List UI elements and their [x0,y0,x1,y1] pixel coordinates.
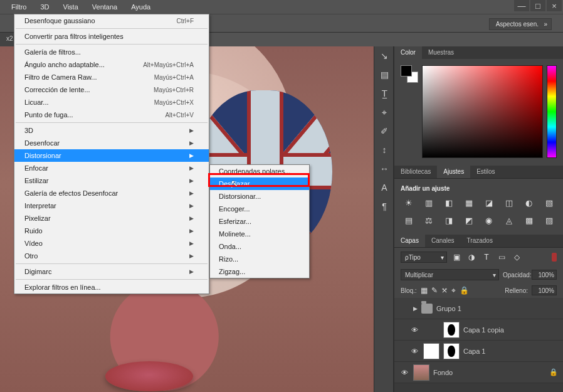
layer-row[interactable]: 👁 Capa 1 [394,341,563,362]
menu-ayuda[interactable]: Ayuda [131,3,150,11]
opacity-value[interactable]: 100% [532,270,557,280]
layer-row[interactable]: 👁 Fondo 🔒 [394,362,563,383]
menu-3d[interactable]: 3D [40,3,49,11]
menu-item[interactable]: Galería de efectos Desenfocar▶ [14,187,209,199]
menu-item[interactable]: Punto de fuga...Alt+Ctrl+V [14,109,209,121]
dock-icon-1[interactable]: ▤ [374,65,394,84]
adj-icon[interactable]: ◉ [483,215,495,226]
tab-estilos[interactable]: Estilos [470,166,501,178]
layer-row[interactable]: 👁 Capa 1 copia [394,319,563,341]
tab-ajustes[interactable]: Ajustes [437,166,470,178]
dock-icon-4[interactable]: ✐ [374,122,394,140]
fg-bg-swatches[interactable] [401,65,418,83]
menu-item[interactable]: Pixelizar▶ [14,212,209,225]
lock-icon[interactable]: ⌖ [451,286,456,295]
layer-filter-icon[interactable]: ▣ [451,252,462,263]
adj-icon[interactable]: ◪ [483,197,495,208]
submenu-item[interactable]: Coordenadas polares... [210,165,309,177]
adj-icon[interactable]: ▥ [423,197,435,208]
menu-item[interactable]: Estilizar▶ [14,174,209,187]
visibility-toggle[interactable]: 👁 [409,326,419,334]
submenu-item[interactable]: Desplazar... [210,177,309,190]
menu-item[interactable]: Convertir para filtros inteligentes [14,30,209,43]
layer-filter-icon[interactable]: ◇ [511,252,522,263]
maximize-button[interactable]: □ [530,0,545,11]
tab-color[interactable]: Color [394,46,422,59]
dock-icon-8[interactable]: ¶ [374,197,394,216]
layer-thumb[interactable] [413,364,429,381]
visibility-toggle[interactable]: 👁 [399,369,409,376]
menu-item[interactable]: Ángulo ancho adaptable...Alt+Mayús+Ctrl+… [14,58,209,71]
adj-icon[interactable]: ◩ [463,215,475,226]
menu-item[interactable]: Ruido▶ [14,225,209,237]
menu-item[interactable]: Galería de filtros... [14,46,209,58]
adj-icon[interactable]: ◧ [443,197,455,208]
layer-kind-dropdown[interactable]: ρ Tipo [401,252,447,263]
adj-icon[interactable]: ▩ [523,215,535,226]
menu-item[interactable]: Distorsionar▶ [14,149,209,162]
menu-item[interactable]: 3D▶ [14,124,209,137]
submenu-item[interactable]: Encoger... [210,203,309,215]
adj-icon[interactable]: ☀ [403,197,415,208]
layer-name[interactable]: Fondo [433,369,453,376]
menu-vista[interactable]: Vista [63,3,78,11]
adj-icon[interactable]: ▧ [543,197,555,208]
submenu-item[interactable]: Zigzag... [210,265,309,278]
layer-name[interactable]: Capa 1 [463,347,485,355]
layer-filter-icon[interactable]: ◑ [466,252,477,263]
adj-icon[interactable]: ◬ [503,215,515,226]
menu-filtro[interactable]: Filtro [11,3,26,11]
fg-swatch[interactable] [401,65,412,77]
adj-icon[interactable]: ▤ [403,215,415,226]
adj-icon[interactable]: ▦ [463,197,475,208]
menu-item[interactable]: Corrección de lente...Mayús+Ctrl+R [14,83,209,96]
submenu-item[interactable]: Onda... [210,240,309,253]
close-button[interactable]: × [547,0,562,11]
dock-icon-2[interactable]: T̲ [374,84,394,103]
layer-filter-icon[interactable]: T [481,252,492,263]
layer-filter-icon[interactable]: ▭ [496,252,507,263]
menu-item[interactable]: Explorar filtros en línea... [14,281,209,294]
adj-icon[interactable]: ◫ [503,197,515,208]
menu-item[interactable]: Otro▶ [14,250,209,262]
menu-item[interactable]: Licuar...Mayús+Ctrl+X [14,96,209,109]
workspace-switcher[interactable]: Aspectos esen. [489,18,552,30]
blend-mode-dropdown[interactable]: Multiplicar [401,269,499,280]
menu-item[interactable]: Desenfoque gaussianoCtrl+F [14,14,209,27]
lock-icon[interactable]: ⤧ [441,286,448,295]
visibility-toggle[interactable]: 👁 [409,347,419,355]
adj-icon[interactable]: ◐ [523,197,535,208]
layer-thumb[interactable] [423,343,439,359]
tab-canales[interactable]: Canales [425,235,461,247]
tab-trazados[interactable]: Trazados [461,235,499,247]
color-field[interactable] [422,65,543,158]
layer-row-group[interactable]: ▶ Grupo 1 [394,298,563,319]
menu-item[interactable]: Filtro de Camera Raw...Mayús+Ctrl+A [14,71,209,83]
hue-slider[interactable] [547,65,557,158]
menu-item[interactable]: Digimarc▶ [14,265,209,278]
adj-icon[interactable]: ⚖ [423,215,435,226]
lock-icon[interactable]: ▦ [421,286,428,295]
dock-icon-5[interactable]: ↕ [374,140,394,159]
dock-icon-6[interactable]: ↔ [374,159,394,178]
menu-item[interactable]: Interpretar▶ [14,199,209,212]
submenu-item[interactable]: Esferizar... [210,215,309,228]
menu-ventana[interactable]: Ventana [92,3,117,11]
tab-bibliotecas[interactable]: Bibliotecas [394,166,437,178]
expand-icon[interactable]: ▶ [413,305,418,312]
dock-icon-0[interactable]: ↘ [374,46,394,65]
layer-mask-thumb[interactable] [443,343,460,359]
menu-item[interactable]: Desenfocar▶ [14,137,209,149]
submenu-item[interactable]: Distorsionar... [210,190,309,203]
lock-icon[interactable]: ✎ [431,286,438,295]
layer-mask-thumb[interactable] [443,322,460,338]
fill-value[interactable]: 100% [532,285,557,295]
adj-icon[interactable]: ▨ [543,215,555,226]
tab-capas[interactable]: Capas [394,235,425,247]
menu-item[interactable]: Vídeo▶ [14,237,209,250]
tab-muestras[interactable]: Muestras [422,46,460,59]
lock-icon[interactable]: 🔒 [460,286,469,295]
layer-name[interactable]: Grupo 1 [436,305,461,312]
minimize-button[interactable]: — [514,0,529,11]
dock-icon-3[interactable]: ⌖ [374,103,394,122]
